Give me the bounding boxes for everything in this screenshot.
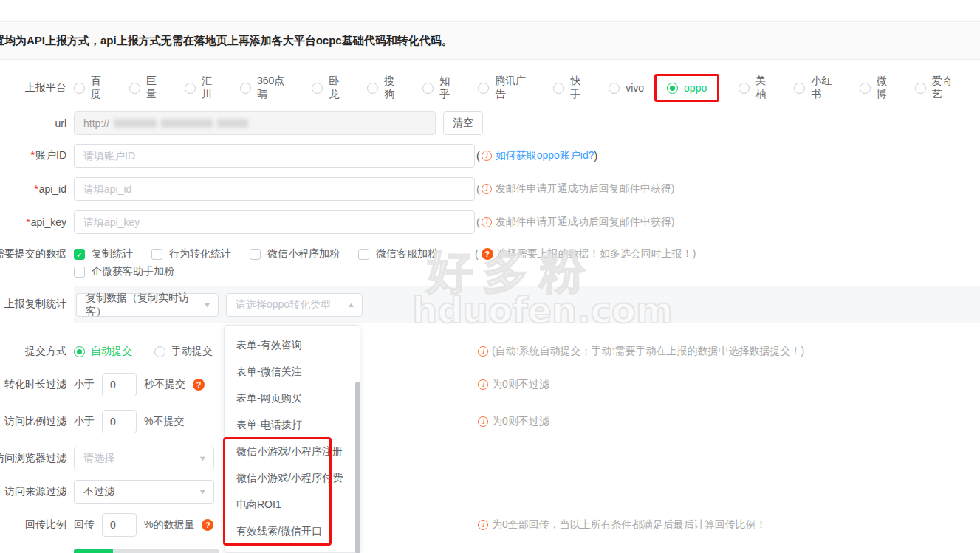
account-id-input[interactable]	[74, 144, 475, 168]
radio-label: 快手	[570, 75, 589, 101]
dropdown-option-form-web-purchase[interactable]: 表单-网页购买	[225, 385, 360, 411]
platform-radio-sogou[interactable]: 搜狗	[367, 75, 403, 101]
clear-url-button[interactable]: 清空	[443, 111, 483, 135]
help-icon[interactable]: ?	[193, 379, 205, 391]
api-key-row: *api_key ( i 发邮件申请开通成功后回复邮件中获得)	[0, 207, 980, 237]
radio-label: 百度	[91, 75, 110, 101]
info-icon: i	[482, 184, 492, 194]
info-icon: i	[478, 416, 488, 427]
platform-radio-iqiyi[interactable]: 爱奇艺	[915, 75, 961, 101]
less-than-label: 小于	[74, 378, 95, 391]
toggle-switch-partial[interactable]	[74, 549, 113, 553]
dropdown-option-form-consult[interactable]: 表单-有效咨询	[225, 332, 360, 358]
url-row: url http:// 清空	[0, 109, 980, 138]
api-key-info-text: 发邮件申请开通成功后回复邮件中获得)	[496, 216, 675, 229]
callback-ratio-input[interactable]	[102, 513, 137, 537]
dropdown-option-form-phone-call[interactable]: 表单-电话拨打	[225, 411, 360, 438]
radio-icon	[240, 83, 251, 94]
platform-radio-tencent-ads[interactable]: 腾讯广告	[478, 75, 534, 101]
radio-label: 知乎	[439, 75, 459, 101]
radio-icon	[609, 83, 620, 94]
visit-ratio-threshold-input[interactable]	[102, 410, 137, 433]
platform-radio-weibo[interactable]: 微博	[860, 75, 896, 101]
auto-submit-radio[interactable]: 自动提交	[74, 345, 132, 358]
url-value-prefix: http://	[83, 117, 109, 129]
checkbox-label: 企微获客助手加粉	[92, 265, 174, 278]
api-key-label: api_key	[31, 216, 66, 228]
top-bar	[0, 0, 980, 22]
toggle-switch-track-partial	[113, 549, 219, 553]
radio-icon	[794, 83, 805, 94]
api-id-input[interactable]	[74, 177, 475, 201]
radio-label: 汇川	[202, 75, 221, 101]
source-filter-select[interactable]: 不过滤 ▼	[74, 480, 214, 504]
platform-radio-360dianjing[interactable]: 360点睛	[240, 75, 292, 101]
visit-ratio-filter-row: 访问比例过滤 小于 %不提交 i 为0则不过滤	[0, 407, 980, 436]
paren: (	[476, 150, 480, 162]
highlight-box-oppo: oppo	[654, 74, 719, 102]
source-filter-value: 不过滤	[83, 485, 114, 498]
browser-filter-select[interactable]: 请选择 ▼	[74, 447, 214, 470]
radio-selected-icon	[667, 83, 678, 94]
checkbox-qiwei-assistant-fans[interactable]: 企微获客助手加粉	[74, 265, 174, 278]
radio-icon	[739, 83, 750, 94]
visit-ratio-filter-info-text: 为0则不过滤	[492, 415, 549, 428]
chevron-down-icon: ▼	[198, 488, 207, 495]
chevron-down-icon: ▼	[198, 455, 207, 462]
platform-radio-oppo[interactable]: oppo	[667, 82, 707, 94]
url-blurred-segment	[161, 119, 213, 128]
callback-ratio-row: 回传比例 回传 %的数据量 ? i 为0全部回传，当以上所有条件都满足后最后计算…	[0, 510, 980, 540]
dropdown-option-minigame-pay[interactable]: 微信小游戏/小程序付费	[225, 464, 360, 491]
platform-radio-meiyou[interactable]: 美柚	[739, 75, 775, 101]
platform-radio-baidu[interactable]: 百度	[74, 75, 110, 101]
required-asterisk: *	[26, 216, 30, 228]
platform-radio-huichuan[interactable]: 汇川	[185, 75, 221, 101]
platform-radio-wolong[interactable]: 卧龙	[312, 75, 348, 101]
duration-filter-info-text: 为0则不过滤	[492, 378, 549, 391]
submit-data-row-line2: 企微获客助手加粉	[0, 257, 980, 286]
source-filter-label: 访问来源过滤	[0, 485, 66, 498]
radio-label: 搜狗	[384, 75, 403, 101]
platform-label: 上报平台	[0, 81, 66, 95]
platform-row: 上报平台 百度 巨量 汇川 360点睛 卧龙 搜狗 知乎 腾讯广告 快手 viv…	[0, 73, 980, 103]
required-asterisk: *	[31, 149, 35, 162]
callback-ratio-info-text: 为0全部回传，当以上所有条件都满足后最后计算回传比例！	[492, 518, 767, 532]
platform-radio-vivo[interactable]: vivo	[609, 82, 644, 94]
visit-ratio-filter-label: 访问比例过滤	[0, 415, 66, 428]
api-id-label: api_id	[39, 183, 66, 195]
radio-label: 微博	[877, 75, 896, 101]
api-key-input[interactable]	[74, 210, 475, 234]
dropdown-option-valid-lead-wechat[interactable]: 有效线索/微信开口	[225, 518, 360, 544]
help-icon[interactable]: ?	[202, 519, 213, 531]
url-blurred-segment	[114, 119, 157, 128]
platform-radio-group: 百度 巨量 汇川 360点睛 卧龙 搜狗 知乎 腾讯广告 快手 vivo opp…	[74, 75, 980, 101]
platform-radio-kuaishou[interactable]: 快手	[553, 75, 589, 101]
platform-radio-juliang[interactable]: 巨量	[129, 75, 165, 101]
radio-label: 腾讯广告	[495, 75, 534, 101]
dropdown-option-minigame-register[interactable]: 微信小游戏/小程序注册	[225, 438, 360, 464]
duration-threshold-input[interactable]	[102, 373, 137, 396]
radio-label: 手动提交	[171, 345, 213, 358]
dropdown-option-ecommerce-roi1[interactable]: 电商ROI1	[225, 491, 360, 518]
callback-ratio-label: 回传比例	[0, 518, 66, 532]
radio-label: 自动提交	[91, 345, 132, 358]
percent-no-submit-label: %不提交	[144, 415, 184, 428]
radio-label: 小红书	[811, 75, 840, 101]
api-report-settings-page: 置均为API上报方式，api上报方式无需在落地页上再添加各大平台ocpc基础代码…	[0, 0, 980, 553]
oppo-conversion-type-dropdown: 表单-有效咨询 表单-微信关注 表单-网页购买 表单-电话拨打 微信小游戏/小程…	[224, 325, 360, 553]
platform-radio-xiaohongshu[interactable]: 小红书	[794, 75, 840, 101]
dropdown-option-form-wechat-follow[interactable]: 表单-微信关注	[225, 358, 360, 385]
radio-icon	[185, 83, 196, 94]
submit-mode-row: 提交方式 自动提交 手动提交 i (自动:系统自动提交；手动:需要手动在上报的数…	[0, 337, 980, 366]
source-filter-row: 访问来源过滤 不过滤 ▼	[0, 477, 980, 506]
manual-submit-radio[interactable]: 手动提交	[154, 345, 213, 358]
radio-label: 美柚	[755, 75, 775, 101]
platform-radio-zhihu[interactable]: 知乎	[422, 75, 459, 101]
radio-label: vivo	[626, 82, 644, 94]
url-input[interactable]: http://	[74, 111, 436, 135]
paren: (	[476, 216, 480, 228]
notice-banner: 置均为API上报方式，api上报方式无需在落地页上再添加各大平台ocpc基础代码…	[0, 23, 980, 60]
info-icon: i	[478, 379, 488, 390]
how-to-get-oppo-id-link[interactable]: 如何获取oppo账户id?	[496, 149, 594, 162]
dropdown-scrollbar[interactable]	[355, 382, 360, 553]
